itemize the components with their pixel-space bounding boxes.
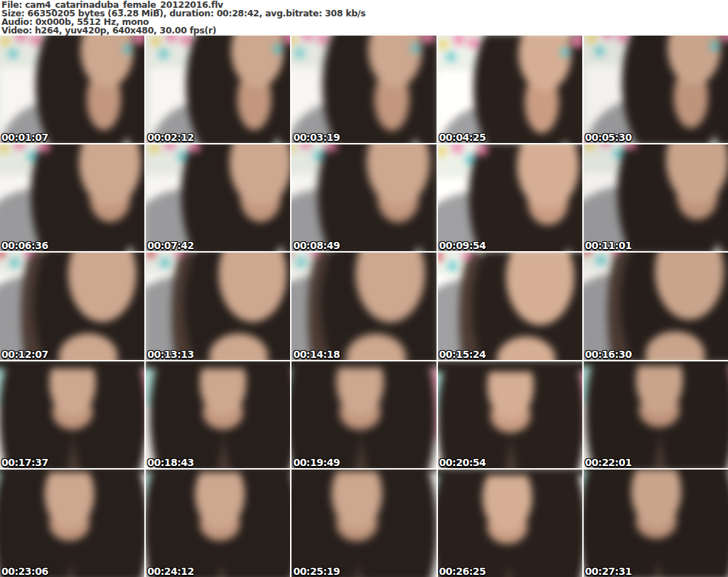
timestamp: 00:13:13 bbox=[147, 349, 194, 360]
timestamp: 00:04:25 bbox=[439, 132, 486, 143]
thumbnail-image bbox=[438, 361, 582, 469]
thumbnail-cell: 00:26:25 bbox=[438, 470, 582, 577]
thumbnail-image bbox=[584, 470, 728, 577]
timestamp: 00:20:54 bbox=[439, 457, 486, 468]
thumbnail-cell: 00:23:06 bbox=[0, 470, 144, 577]
thumbnail-image bbox=[584, 253, 728, 360]
timestamp: 00:01:07 bbox=[1, 132, 48, 143]
contact-sheet: File: cam4_catarinaduba_female_20122016.… bbox=[0, 0, 728, 577]
timestamp: 00:03:19 bbox=[293, 132, 340, 143]
thumbnail-image bbox=[438, 144, 582, 252]
thumbnail-cell: 00:27:31 bbox=[584, 470, 728, 577]
thumbnail-image bbox=[146, 361, 290, 469]
timestamp: 00:22:01 bbox=[585, 457, 632, 468]
thumbnail-cell: 00:05:30 bbox=[584, 36, 728, 143]
thumbnail-image bbox=[291, 253, 436, 360]
thumbnail-image bbox=[0, 36, 144, 143]
thumbnail-image bbox=[146, 470, 290, 577]
timestamp: 00:27:31 bbox=[585, 566, 632, 577]
thumbnail-image bbox=[0, 361, 144, 469]
thumbnail-image bbox=[438, 253, 582, 360]
thumbnail-cell: 00:04:25 bbox=[438, 36, 582, 143]
thumbnail-cell: 00:20:54 bbox=[438, 361, 582, 469]
timestamp: 00:14:18 bbox=[293, 349, 340, 360]
thumbnail-cell: 00:24:12 bbox=[146, 470, 290, 577]
thumbnail-cell: 00:08:49 bbox=[291, 144, 436, 252]
timestamp: 00:11:01 bbox=[585, 240, 632, 251]
file-info-line-video: Video: h264, yuv420p, 640x480, 30.00 fps… bbox=[1, 26, 728, 35]
thumbnail-cell: 00:17:37 bbox=[0, 361, 144, 469]
thumbnail-image bbox=[438, 36, 582, 143]
thumbnail-image bbox=[291, 144, 436, 252]
thumbnail-cell: 00:12:07 bbox=[0, 253, 144, 360]
thumbnail-cell: 00:11:01 bbox=[584, 144, 728, 252]
thumbnail-image bbox=[146, 144, 290, 252]
thumbnail-cell: 00:06:36 bbox=[0, 144, 144, 252]
thumbnail-image bbox=[146, 36, 290, 143]
thumbnail-cell: 00:02:12 bbox=[146, 36, 290, 143]
thumbnail-cell: 00:16:30 bbox=[584, 253, 728, 360]
timestamp: 00:25:19 bbox=[293, 566, 340, 577]
thumbnail-cell: 00:14:18 bbox=[291, 253, 436, 360]
timestamp: 00:19:49 bbox=[293, 457, 340, 468]
thumbnail-cell: 00:22:01 bbox=[584, 361, 728, 469]
thumbnail-cell: 00:09:54 bbox=[438, 144, 582, 252]
thumbnail-cell: 00:03:19 bbox=[291, 36, 436, 143]
timestamp: 00:05:30 bbox=[585, 132, 632, 143]
thumbnail-cell: 00:07:42 bbox=[146, 144, 290, 252]
file-info-header: File: cam4_catarinaduba_female_20122016.… bbox=[0, 0, 728, 36]
thumbnail-image bbox=[438, 470, 582, 577]
timestamp: 00:02:12 bbox=[147, 132, 194, 143]
timestamp: 00:07:42 bbox=[147, 240, 194, 251]
timestamp: 00:08:49 bbox=[293, 240, 340, 251]
thumbnail-cell: 00:25:19 bbox=[291, 470, 436, 577]
thumbnail-image bbox=[291, 361, 436, 469]
thumbnail-image bbox=[291, 470, 436, 577]
timestamp: 00:17:37 bbox=[1, 457, 48, 468]
thumbnail-image bbox=[146, 253, 290, 360]
thumbnail-cell: 00:19:49 bbox=[291, 361, 436, 469]
thumbnail-cell: 00:13:13 bbox=[146, 253, 290, 360]
thumbnail-image bbox=[291, 36, 436, 143]
timestamp: 00:24:12 bbox=[147, 566, 194, 577]
timestamp: 00:26:25 bbox=[439, 566, 486, 577]
timestamp: 00:16:30 bbox=[585, 349, 632, 360]
thumbnail-image bbox=[584, 36, 728, 143]
thumbnail-image bbox=[584, 144, 728, 252]
thumbnail-image bbox=[0, 470, 144, 577]
timestamp: 00:15:24 bbox=[439, 349, 486, 360]
thumbnail-grid: 00:01:07 00:02:12 00:03:19 00:04:25 00:0… bbox=[0, 36, 728, 577]
thumbnail-image bbox=[0, 144, 144, 252]
thumbnail-image bbox=[584, 361, 728, 469]
timestamp: 00:18:43 bbox=[147, 457, 194, 468]
thumbnail-image bbox=[0, 253, 144, 360]
timestamp: 00:23:06 bbox=[1, 566, 48, 577]
thumbnail-cell: 00:01:07 bbox=[0, 36, 144, 143]
thumbnail-cell: 00:18:43 bbox=[146, 361, 290, 469]
timestamp: 00:12:07 bbox=[1, 349, 48, 360]
thumbnail-cell: 00:15:24 bbox=[438, 253, 582, 360]
timestamp: 00:09:54 bbox=[439, 240, 486, 251]
timestamp: 00:06:36 bbox=[1, 240, 48, 251]
